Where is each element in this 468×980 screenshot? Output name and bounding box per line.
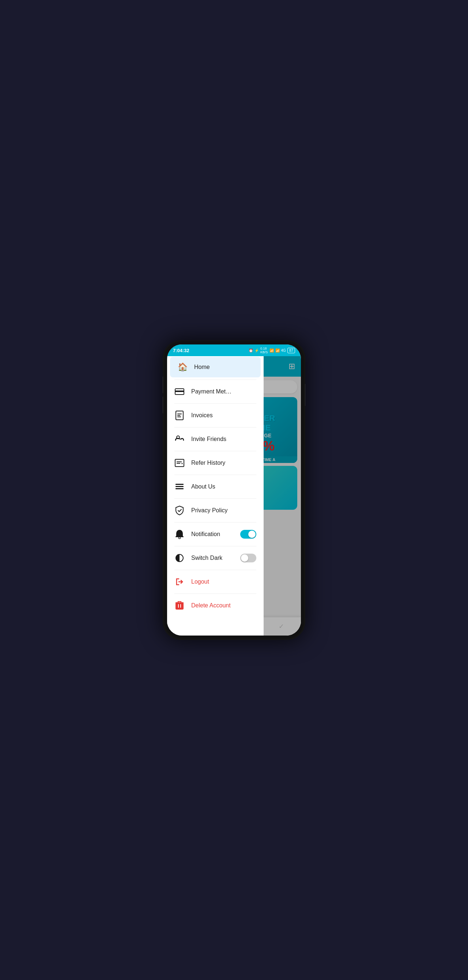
network-type: 4G <box>281 348 286 353</box>
battery-icon: 87 <box>287 348 295 353</box>
wifi-icon: 📶 <box>269 348 274 353</box>
switch-dark-drawer-icon <box>174 553 185 563</box>
side-drawer: 🏠 Home Payment Met… <box>167 356 264 636</box>
svg-rect-16 <box>178 604 179 608</box>
divider-5 <box>174 475 256 475</box>
svg-rect-4 <box>177 415 180 416</box>
drawer-label-switch-dark: Switch Dark <box>191 555 234 561</box>
svg-rect-8 <box>177 461 182 462</box>
refer-history-drawer-icon <box>174 458 185 468</box>
divider-4 <box>174 451 256 451</box>
logout-drawer-icon <box>174 577 185 587</box>
drawer-item-switch-dark[interactable]: Switch Dark <box>167 548 264 568</box>
status-bar: 7:04:32 ⏰ ⚡ 0.18KB/S 📶 📶 4G 87 <box>167 344 301 356</box>
svg-rect-10 <box>175 484 183 485</box>
drawer-label-payment: Payment Met… <box>191 388 256 395</box>
notification-toggle[interactable] <box>240 530 256 539</box>
drawer-item-logout[interactable]: Logout <box>167 571 264 592</box>
delete-drawer-icon <box>174 600 185 611</box>
privacy-drawer-icon <box>174 505 185 515</box>
drawer-item-notification[interactable]: Notification <box>167 524 264 544</box>
drawer-label-logout: Logout <box>191 579 256 585</box>
svg-rect-12 <box>175 488 183 489</box>
alarm-icon: ⏰ <box>248 348 253 353</box>
divider-3 <box>174 427 256 428</box>
home-drawer-icon: 🏠 <box>177 362 188 372</box>
drawer-label-privacy: Privacy Policy <box>191 507 256 514</box>
divider-9 <box>174 570 256 570</box>
divider-1 <box>174 380 256 380</box>
divider-6 <box>174 498 256 499</box>
drawer-label-refer-history: Refer History <box>191 460 256 466</box>
svg-rect-11 <box>175 486 183 487</box>
drawer-item-about-us[interactable]: About Us <box>167 476 264 497</box>
drawer-item-invite[interactable]: Invite Friends <box>167 429 264 449</box>
about-us-drawer-icon <box>174 482 185 492</box>
drawer-item-payment[interactable]: Payment Met… <box>167 382 264 402</box>
divider-10 <box>174 593 256 594</box>
notification-toggle-knob <box>248 531 256 538</box>
status-time: 7:04:32 <box>173 348 189 353</box>
svg-rect-15 <box>176 603 183 609</box>
drawer-label-notification: Notification <box>191 531 234 538</box>
divider-7 <box>174 522 256 523</box>
main-content: ⊞ 🔍 Search... K KleanCor REFER FRIE <box>167 356 301 636</box>
switch-dark-toggle[interactable] <box>240 554 256 562</box>
invite-drawer-icon <box>174 434 185 444</box>
switch-dark-toggle-knob <box>241 554 248 562</box>
drawer-label-delete-account: Delete Account <box>191 602 256 609</box>
drawer-label-home: Home <box>194 364 253 371</box>
invoices-drawer-icon <box>174 410 185 420</box>
svg-rect-3 <box>177 414 182 414</box>
drawer-label-invite: Invite Friends <box>191 436 256 442</box>
status-icons: ⏰ ⚡ 0.18KB/S 📶 📶 4G 87 <box>248 347 295 354</box>
drawer-item-refer-history[interactable]: Refer History <box>167 453 264 473</box>
svg-point-13 <box>179 537 181 539</box>
svg-rect-1 <box>175 391 184 392</box>
drawer-label-about-us: About Us <box>191 484 256 490</box>
svg-rect-17 <box>180 604 181 608</box>
drawer-label-invoices: Invoices <box>191 412 256 419</box>
notification-drawer-icon <box>174 529 185 539</box>
bluetooth-icon: ⚡ <box>255 348 259 353</box>
drawer-item-privacy[interactable]: Privacy Policy <box>167 500 264 521</box>
payment-drawer-icon <box>174 387 185 397</box>
drawer-item-invoices[interactable]: Invoices <box>167 405 264 426</box>
drawer-item-delete-account[interactable]: Delete Account <box>167 595 264 616</box>
divider-8 <box>174 546 256 546</box>
data-speed: 0.18KB/S <box>260 347 268 354</box>
svg-rect-9 <box>177 463 180 464</box>
svg-rect-5 <box>177 417 181 417</box>
drawer-item-home[interactable]: 🏠 Home <box>170 357 261 377</box>
divider-2 <box>174 403 256 404</box>
signal-icon: 📶 <box>275 348 280 353</box>
